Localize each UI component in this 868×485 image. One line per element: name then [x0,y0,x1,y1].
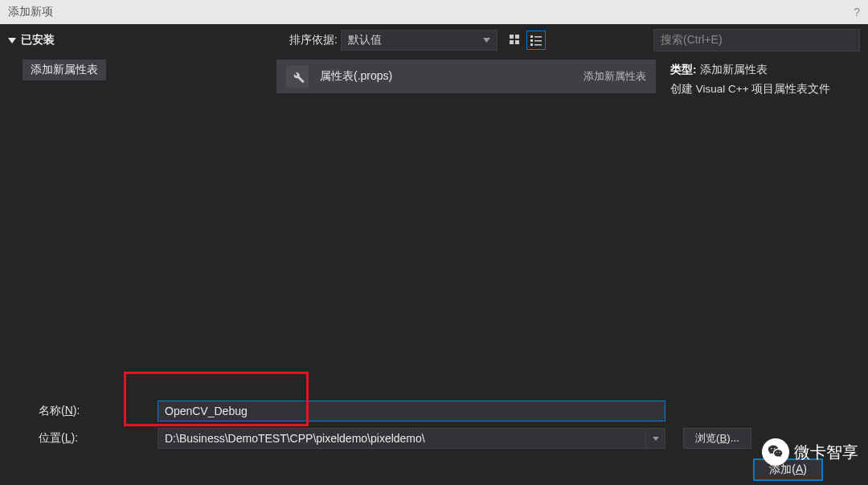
svg-rect-6 [530,39,533,42]
location-value: D:\Business\DemoTEST\CPP\pixeldemo\pixel… [165,432,425,445]
svg-rect-1 [515,35,519,39]
add-button[interactable]: 添加(A) [753,458,823,481]
sort-select[interactable]: 默认值 [341,30,497,51]
name-input[interactable] [158,401,665,421]
chevron-down-icon [653,437,659,441]
search-placeholder: 搜索(Ctrl+E) [661,33,723,47]
svg-rect-7 [534,40,542,42]
toolbar: 已安装 排序依据: 默认值 搜索(Ctrl+E) [0,24,868,56]
search-input[interactable]: 搜索(Ctrl+E) [653,29,860,51]
detail-type-value: 添加新属性表 [700,63,768,77]
triangle-down-icon [8,36,16,44]
browse-button[interactable]: 浏览(B)... [683,428,751,449]
svg-rect-3 [515,40,519,44]
svg-rect-4 [530,35,533,38]
svg-rect-8 [530,43,533,46]
template-type: 添加新属性表 [583,69,646,84]
svg-rect-2 [510,40,514,44]
location-input[interactable]: D:\Business\DemoTEST\CPP\pixeldemo\pixel… [158,428,646,449]
svg-rect-5 [534,36,542,38]
details-pane: 类型: 添加新属性表 创建 Visual C++ 项目属性表文件 [659,56,866,378]
template-name: 属性表(.props) [320,69,572,84]
template-item-props[interactable]: 属性表(.props) 添加新属性表 [276,60,656,93]
view-list-button[interactable] [526,31,546,50]
tree-root-installed[interactable]: 已安装 [8,30,281,51]
svg-rect-0 [510,35,514,39]
tree-item-label: 添加新属性表 [31,63,98,76]
name-label: 名称(N): [8,404,158,418]
wrench-icon [286,65,309,88]
chevron-down-icon [483,38,490,43]
help-icon[interactable]: ? [854,6,860,18]
svg-rect-9 [534,44,542,46]
title-bar: 添加新项 ? [0,0,868,24]
main-area: 添加新属性表 属性表(.props) 添加新属性表 类型: 添加新属性表 创建 … [0,56,868,378]
sort-label: 排序依据: [289,33,338,47]
location-dropdown[interactable] [646,428,665,449]
detail-desc: 创建 Visual C++ 项目属性表文件 [670,82,830,97]
view-grid-button[interactable] [506,31,525,50]
tree-item-add-props[interactable]: 添加新属性表 [23,60,106,80]
detail-type-label: 类型: [670,63,697,77]
sort-value: 默认值 [348,33,382,47]
window-title: 添加新项 [8,5,53,19]
location-label: 位置(L): [8,431,158,446]
bottom-form: 名称(N): 位置(L): D:\Business\DemoTEST\CPP\p… [0,393,868,457]
tree-root-label: 已安装 [21,33,55,47]
